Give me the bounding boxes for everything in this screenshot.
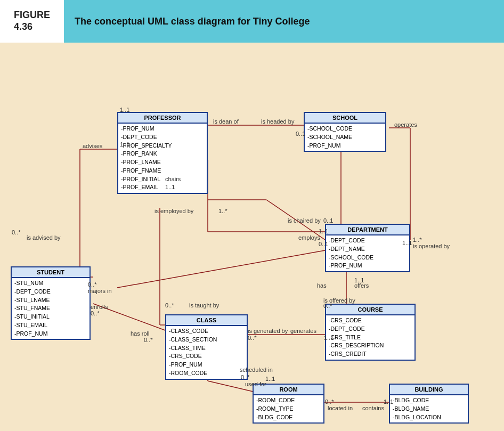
- label-roll-m: 0..*: [144, 337, 153, 343]
- course-title: COURSE: [326, 305, 414, 315]
- class-box: CLASS -CLASS_CODE -CLASS_SECTION -CLASS_…: [165, 314, 248, 380]
- student-title: STUDENT: [12, 267, 90, 278]
- label-prof-school-m2: 0..1: [296, 131, 305, 137]
- label-contains: contains: [362, 405, 384, 411]
- label-advises: advises: [83, 143, 102, 149]
- label-emp-m2: 0..1: [319, 241, 328, 247]
- label-employs: employs: [298, 234, 320, 241]
- label-operated-m: 1..*: [413, 237, 422, 243]
- label-school-operates: operates: [394, 121, 417, 128]
- figure-title-box: The conceptual UML class diagram for Tin…: [64, 0, 504, 43]
- department-title: DEPARTMENT: [326, 225, 409, 235]
- header-bar: FIGURE4.36 The conceptual UML class diag…: [0, 0, 504, 43]
- label-is-dean-of: is dean of: [213, 118, 239, 125]
- label-gen-by: is generated by: [248, 328, 288, 334]
- label-taught-by: is taught by: [189, 302, 219, 308]
- label-loc-m: 0..*: [325, 399, 334, 405]
- label-con-m: 1..1: [384, 399, 393, 405]
- course-box: COURSE -CRS_CODE -DEPT_CODE -CRS_TITLE -…: [325, 304, 416, 361]
- label-emp-m1: 1..1: [319, 228, 328, 234]
- student-attrs: -STU_NUM -DEPT_CODE -STU_LNAME -STU_FNAM…: [12, 278, 90, 339]
- label-majors-in: majors in: [88, 288, 112, 294]
- label-scheduled-m: 0..*: [241, 374, 250, 380]
- label-prof-school-m1: 1..1: [120, 107, 129, 113]
- label-chairs: chairs: [165, 176, 181, 182]
- label-enrolls: enrolls: [91, 304, 108, 310]
- course-attrs: -CRS_CODE -DEPT_CODE -CRS_TITLE -CRS_DES…: [326, 315, 414, 360]
- label-scheduled-in: scheduled in: [240, 367, 273, 373]
- label-gen-m2: 1..1: [324, 335, 334, 341]
- diagram-area: PROFESSOR -PROF_NUM -DEPT_CODE -PROF_SPE…: [0, 43, 504, 431]
- label-enrolls-m: 0..*: [91, 310, 100, 316]
- building-attrs: -BLDG_CODE -BLDG_NAME -BLDG_LOCATION: [390, 395, 468, 422]
- label-chairs-m: 1..1: [165, 184, 175, 190]
- label-chaired-m: 0..1: [323, 217, 333, 224]
- label-used-m: 1..1: [265, 376, 275, 382]
- label-course-offered: is offered by: [323, 297, 355, 304]
- figure-title: The conceptual UML class diagram for Tin…: [75, 16, 310, 27]
- class-attrs: -CLASS_CODE -CLASS_SECTION -CLASS_TIME -…: [166, 326, 247, 379]
- class-title: CLASS: [166, 315, 247, 326]
- label-has-roll: has roll: [131, 330, 149, 337]
- school-attrs: -SCHOOL_CODE -SCHOOL_NAME -PROF_NUM: [305, 124, 385, 151]
- label-dept-has: has: [317, 282, 327, 289]
- label-dept-off-m1: 1..1: [354, 277, 364, 283]
- department-attrs: -DEPT_CODE -DEPT_NAME -SCHOOL_CODE -PROF…: [326, 235, 409, 271]
- figure-label: FIGURE4.36: [14, 10, 50, 32]
- label-located-in: located in: [328, 405, 353, 411]
- department-box: DEPARTMENT -DEPT_CODE -DEPT_NAME -SCHOOL…: [325, 224, 410, 272]
- professor-title: PROFESSOR: [118, 113, 207, 124]
- school-box: SCHOOL -SCHOOL_CODE -SCHOOL_NAME -PROF_N…: [304, 112, 386, 152]
- professor-attrs: -PROF_NUM -DEPT_CODE -PROF_SPECIALTY -PR…: [118, 124, 207, 193]
- building-title: BUILDING: [390, 385, 468, 395]
- room-attrs: -ROOM_CODE -ROOM_TYPE -BLDG_CODE: [254, 395, 323, 422]
- professor-box: PROFESSOR -PROF_NUM -DEPT_CODE -PROF_SPE…: [117, 112, 208, 194]
- school-title: SCHOOL: [305, 113, 385, 124]
- building-box: BUILDING -BLDG_CODE -BLDG_NAME -BLDG_LOC…: [389, 384, 469, 424]
- label-gen-m1: 0..*: [248, 335, 257, 341]
- label-stu-adv-m: 0..*: [12, 229, 21, 235]
- label-is-headed-by: is headed by: [261, 118, 294, 125]
- figure-label-box: FIGURE4.36: [0, 0, 64, 43]
- label-generates: generates: [290, 328, 316, 334]
- label-stu-advised: is advised by: [27, 234, 61, 241]
- label-employed-by: is employed by: [155, 208, 193, 214]
- svg-line-11: [117, 250, 325, 288]
- room-box: ROOM -ROOM_CODE -ROOM_TYPE -BLDG_CODE: [253, 384, 324, 424]
- label-taught-m: 0..*: [165, 302, 174, 308]
- label-prof-adv-m1: 1..1: [120, 141, 129, 148]
- student-box: STUDENT -STU_NUM -DEPT_CODE -STU_LNAME -…: [11, 266, 91, 340]
- label-employed-m: 1..*: [218, 208, 227, 214]
- label-operated-by: is operated by: [413, 243, 450, 249]
- label-used-for: used for: [245, 381, 266, 387]
- label-chaired-by: is chaired by: [288, 217, 321, 224]
- label-majors-m: 0..*: [88, 281, 97, 288]
- label-school-m: 1..1: [402, 240, 412, 246]
